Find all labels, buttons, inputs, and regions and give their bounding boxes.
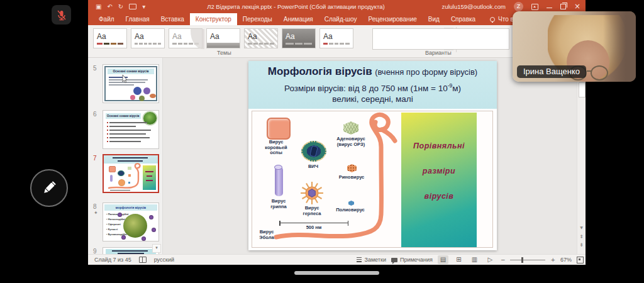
comments-button[interactable]: Примечания <box>391 257 433 263</box>
thumbnails-scroll-down[interactable]: ▾ <box>152 244 161 253</box>
slide-canvas[interactable]: Морфологія вірусів (вчення про форму вір… <box>248 61 497 250</box>
language-indicator[interactable]: русский <box>154 257 174 263</box>
window-title: Л2 Відкрита лекція.pptx - PowerPoint (Сб… <box>164 0 428 13</box>
slide-size-classes: великі, середні, малі <box>248 94 497 104</box>
panel-line-3: вірусів <box>401 192 477 201</box>
spell-check-icon[interactable] <box>139 257 147 263</box>
slide-sorter-view-button[interactable]: ⊞ <box>453 255 464 264</box>
slide-counter: Слайд 7 из 45 <box>94 257 131 263</box>
reading-view-button[interactable]: ▥ <box>469 255 480 264</box>
slide-number-6: 6 <box>93 111 97 118</box>
thumb8-title: морфологія вірусів <box>104 204 157 211</box>
account-email[interactable]: zululu159@outlook.com <box>441 3 506 10</box>
thumb5-virus-purple <box>143 87 150 94</box>
account-avatar[interactable]: Z <box>514 2 523 11</box>
theme-card-7[interactable]: Aa <box>319 28 353 48</box>
vertical-scrollbar[interactable]: ▲ ▼ ⇞ ⇟ <box>577 58 586 254</box>
slide-number-5: 5 <box>93 65 97 72</box>
slide-number-9: 9 <box>93 248 97 254</box>
home-indicator[interactable] <box>294 271 379 275</box>
thumb5-title: Основні ознаки вірусів <box>108 69 154 74</box>
tab-help[interactable]: Справка <box>445 13 481 25</box>
customize-toolbar-icon[interactable]: ▾ <box>142 3 145 10</box>
normal-view-button[interactable]: ▤ <box>438 255 448 264</box>
slide-thumbnail-6[interactable]: Основні ознаки вірусів <box>103 110 159 149</box>
webcam-video-tile[interactable]: Ірина Ващенко <box>513 11 636 82</box>
minimize-button[interactable] <box>547 8 552 8</box>
thumb5-virus-orange <box>150 94 156 98</box>
variant-card[interactable] <box>372 28 509 50</box>
redo-icon[interactable]: ↻ <box>118 3 123 10</box>
notes-icon <box>357 257 362 262</box>
zoom-in-button[interactable]: + <box>550 257 555 263</box>
slide-thumbnail-9[interactable] <box>103 247 159 254</box>
participant-name-badge: Ірина Ващенко <box>517 65 586 78</box>
slide-thumbnail-5[interactable]: Основні ознаки вірусів <box>103 64 159 103</box>
undo-icon[interactable]: ↶ <box>107 3 112 10</box>
theme-card-2[interactable]: Aa <box>131 28 165 48</box>
ribbon-tab-bar: Файл Главная Вставка Конструктор Переход… <box>88 13 586 25</box>
scrollbar-thumb[interactable] <box>579 82 586 97</box>
tab-slideshow[interactable]: Слайд-шоу <box>319 13 363 25</box>
slide-thumbnail-8[interactable]: морфологія вірусів Паличкоподібні Ниткоп… <box>103 203 159 241</box>
ribbon-display-options-icon[interactable] <box>531 4 538 10</box>
virus-comparison-figure: Вирус коровьей оспы ВИЧ Аденовирус (виру… <box>252 111 493 248</box>
cursor-pointer <box>122 75 128 83</box>
tab-review[interactable]: Рецензирование <box>363 13 423 25</box>
zoom-slider[interactable] <box>510 260 545 260</box>
tab-file[interactable]: Файл <box>93 13 120 25</box>
tab-design[interactable]: Конструктор <box>190 13 237 25</box>
theme-card-6[interactable]: Aa <box>282 28 316 48</box>
thumb5-virus-green <box>139 96 145 101</box>
slide-number-8: 8 <box>93 203 97 210</box>
tab-insert[interactable]: Вставка <box>155 13 190 25</box>
animation-star-icon: ✦ <box>94 210 98 216</box>
slide-size-line: Розміри вірусів: від 8 до 750 нм (1нм = … <box>248 82 497 93</box>
zoom-slider-thumb[interactable] <box>521 257 523 263</box>
slideshow-view-button[interactable]: ▷ <box>485 255 496 264</box>
theme-card-3[interactable]: Aa <box>169 28 203 48</box>
powerpoint-window: ▣ ↶ ↻ ▾ Л2 Відкрита лекція.pptx - PowerP… <box>88 0 586 265</box>
tab-animations[interactable]: Анимация <box>278 13 319 25</box>
slide-title-note: (вчення про форму вірусів) <box>375 67 477 77</box>
thumb6-title: Основні ознаки вірусів <box>106 113 141 119</box>
slide-title: Морфологія вірусів <box>268 65 372 77</box>
main-area: 5 Основні ознаки вірусів <box>88 58 586 254</box>
zoom-percentage[interactable]: 67% <box>560 257 572 263</box>
tab-home[interactable]: Главная <box>120 13 155 25</box>
next-slide-button[interactable]: ⇟ <box>577 242 586 248</box>
theme-card-4[interactable]: Aa <box>206 28 240 48</box>
slide-header: Морфологія вірусів (вчення про форму вір… <box>248 61 497 109</box>
themes-group-label: Темы <box>217 50 231 56</box>
ribbon-design: Aa Aa Aa Aa Aa Aa Aa ∧ ∨ ∨ Темы Варианты <box>88 25 586 58</box>
zoom-out-button[interactable]: − <box>501 257 506 263</box>
comments-icon <box>391 258 397 262</box>
mute-microphone-button[interactable] <box>52 5 71 25</box>
start-presentation-icon[interactable] <box>129 4 136 9</box>
scroll-down-icon[interactable]: ▼ <box>577 225 586 230</box>
quick-access-toolbar: ▣ ↶ ↻ ▾ <box>96 0 145 13</box>
previous-slide-button[interactable]: ⇞ <box>577 234 586 240</box>
muted-mic-icon <box>56 9 67 21</box>
glasses-right-lens <box>591 65 608 80</box>
comparison-panel: Порівняльні разміри вірусів <box>401 113 477 247</box>
title-bar: ▣ ↶ ↻ ▾ Л2 Відкрита лекція.pptx - PowerP… <box>88 0 586 13</box>
thumb5-virus-blue <box>133 87 142 95</box>
panel-line-1: Порівняльні <box>401 142 477 150</box>
tab-transitions[interactable]: Переходы <box>237 13 278 25</box>
variants-group-label: Варианты <box>425 50 452 56</box>
ebola-label: Вирус Эбола <box>255 230 279 240</box>
theme-card-5[interactable]: Aa <box>244 28 278 48</box>
tab-view[interactable]: Вид <box>423 13 445 25</box>
save-icon[interactable]: ▣ <box>96 3 101 10</box>
status-bar: Слайд 7 из 45 русский Заметки Примечания… <box>88 254 586 265</box>
notes-button[interactable]: Заметки <box>357 257 386 263</box>
screen: ▣ ↶ ↻ ▾ Л2 Відкрита лекція.pptx - PowerP… <box>0 0 644 283</box>
thumb8-virus-image <box>123 214 147 238</box>
restore-button[interactable] <box>560 4 566 9</box>
fit-to-window-icon[interactable] <box>577 257 584 264</box>
slide-thumbnail-7-selected[interactable] <box>103 154 159 193</box>
theme-card-1[interactable]: Aa <box>93 28 127 48</box>
slide-number-7: 7 <box>93 155 97 162</box>
annotate-pencil-button[interactable] <box>30 169 68 207</box>
